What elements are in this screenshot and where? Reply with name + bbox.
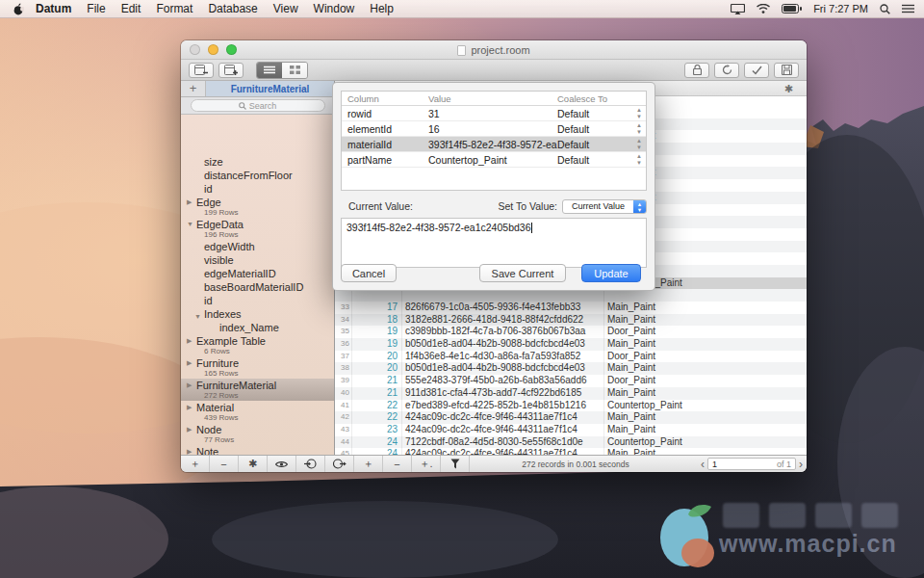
battery-icon[interactable] [782,4,802,13]
element-id-cell: 21 [352,387,398,400]
apple-menu[interactable] [13,3,24,15]
dialog-row-elementid[interactable]: elementId16Default▲▼ [342,121,646,137]
menu-window[interactable]: Window [314,2,355,15]
update-button[interactable]: Update [581,264,641,282]
app-menu-datum[interactable]: Datum [36,2,71,15]
current-value-textarea[interactable]: 393f14f5-82e2-4f38-9572-ea1c2405bd36 [341,218,647,268]
table-row[interactable] [335,289,807,302]
cancel-button[interactable]: Cancel [341,264,397,282]
expand-arrow-icon[interactable]: ▶ [187,381,192,389]
expand-arrow-icon[interactable]: ▶ [187,404,192,411]
expand-arrow-icon[interactable]: ▶ [187,426,192,434]
field-value: 31 [428,106,557,120]
preview-eye-button[interactable] [268,456,296,472]
table-row-37[interactable]: 37201f4b36e8-4e1c-4d30-a86a-fa7a593fa852… [335,351,807,363]
sidebar-item-index-name[interactable]: index_Name [181,321,334,334]
expand-arrow-icon[interactable]: ▶ [187,448,192,455]
remove-row-button[interactable]: − [210,456,239,472]
table-row-40[interactable]: 4021911d381c-cfa4-473b-add7-4cf922bd6185… [335,387,807,400]
material-id-cell: b050d1e8-ad04-4b2b-9088-bdcfcbcd4e03 [405,362,585,375]
table-row-38[interactable]: 3820b050d1e8-ad04-4b2b-9088-bdcfcbcd4e03… [335,362,807,375]
table-row-41[interactable]: 4122e7bed389-efcd-4225-852b-1e4b815b1216… [335,400,807,412]
menu-help[interactable]: Help [370,2,394,15]
sidebar-item-indexes[interactable]: ▼Indexes [181,307,334,321]
airplay-icon[interactable] [731,4,745,14]
sidebar-item-id[interactable]: id [181,294,334,307]
sidebar-item-distancefromfloor[interactable]: distanceFromFloor [181,169,334,182]
sidebar-item-example-table[interactable]: ▶Example Table6 Rows [181,334,334,356]
sidebar-item-baseboardmaterialid[interactable]: baseBoardMaterialID [181,280,334,294]
dialog-row-rowid[interactable]: rowid31Default▲▼ [342,106,646,121]
menu-file[interactable]: File [87,2,105,15]
sidebar-item-visible[interactable]: visible [181,253,334,267]
sidebar-item-material[interactable]: ▶Material439 Rows [181,401,334,423]
dialog-row-partname[interactable]: partNameCountertop_PaintDefault▲▼ [342,152,646,168]
coalesce-stepper-icon[interactable]: ▲▼ [632,121,646,136]
menu-clock[interactable]: Fri 7:27 PM [813,3,868,14]
sidebar-item-furniturematerial[interactable]: ▶FurnitureMaterial272 Rows [181,379,334,401]
remove-record-button[interactable]: − [383,456,412,472]
import-button[interactable] [296,456,325,472]
coalesce-stepper-icon[interactable]: ▲▼ [632,152,646,167]
table-name: Note [181,447,334,455]
expand-arrow-icon[interactable]: ▶ [187,359,192,367]
wifi-icon[interactable] [757,4,770,13]
spotlight-icon[interactable] [880,4,890,14]
menu-database[interactable]: Database [208,2,257,15]
table-row-36[interactable]: 3619b050d1e8-ad04-4b2b-9088-bdcfcbcd4e03… [335,338,807,351]
sidebar-item-edgewidth[interactable]: edgeWidth [181,240,334,253]
refresh-button[interactable] [714,63,739,78]
tab-furniturematerial[interactable]: FurnitureMaterial [206,81,334,96]
structure-view-button[interactable] [282,63,307,78]
filter-button[interactable] [441,456,470,472]
sidebar-item-id[interactable]: id [181,182,334,196]
table-row-35[interactable]: 3519c3989bbb-182f-4c7a-b706-3876b067b3aa… [335,326,807,338]
lock-button[interactable] [684,63,709,78]
sidebar-item-edgedata[interactable]: ▼EdgeData196 Rows [181,218,334,240]
expand-arrow-icon[interactable]: ▶ [187,337,192,345]
sidebar-item-size[interactable]: size [181,155,334,169]
sidebar-item-furniture[interactable]: ▶Furniture165 Rows [181,356,334,379]
sidebar-item-note[interactable]: ▶Note0 Rows [181,445,334,455]
coalesce-stepper-icon[interactable]: ▲▼ [632,137,646,151]
part-name-cell: Door_Paint [607,351,655,363]
add-filtered-record-button[interactable]: ＋. [412,456,441,472]
add-record-button[interactable]: ＋ [354,456,383,472]
table-row-44[interactable]: 44247122cbdf-08a2-4d5d-8030-5e55f68c1d0e… [335,436,807,449]
column-name: edgeMaterialID [181,268,276,279]
set-to-value-dropdown[interactable]: Current Value ▲▼ [562,199,647,214]
sidebar-item-edgematerialid[interactable]: edgeMaterialID [181,267,334,280]
previous-page-chevron-icon[interactable]: ‹ [701,458,705,471]
expand-arrow-icon[interactable]: ▶ [187,198,192,206]
notification-center-icon[interactable] [902,4,914,13]
add-tab-button[interactable]: + [181,81,206,96]
menu-view[interactable]: View [273,2,298,15]
remove-table-button[interactable] [189,63,214,78]
search-input[interactable]: Search [191,99,325,112]
table-row-45[interactable]: 4524424ac09c-dc2c-4fce-9f46-44311ae7f1c4… [335,448,807,455]
export-button[interactable] [325,456,354,472]
table-row-42[interactable]: 4222424ac09c-dc2c-4fce-9f46-44311ae7f1c4… [335,411,807,424]
menu-edit[interactable]: Edit [121,2,141,15]
save-button[interactable] [774,63,799,78]
table-row-33[interactable]: 3317826f6679-1c0a-4505-9936-f4e413febb33… [335,302,807,314]
title-bar[interactable]: project.room [181,40,807,60]
grid-settings-gear-icon[interactable]: ✱ [784,83,793,94]
dialog-row-materialid[interactable]: materialId393f14f5-82e2-4f38-9572-ea1c24… [342,137,646,152]
menu-format[interactable]: Format [156,2,192,15]
table-row-39[interactable]: 3921555e2483-379f-45b0-a26b-6ab83a56add6… [335,375,807,387]
sidebar-item-node[interactable]: ▶Node77 Rows [181,423,334,445]
table-row-43[interactable]: 4323424ac09c-dc2c-4fce-9f46-44311ae7f1c4… [335,424,807,436]
sidebar-item-edge[interactable]: ▶Edge199 Rows [181,196,334,218]
table-row-34[interactable]: 34183182e881-2666-418d-9418-88f42cfdd622… [335,314,807,327]
add-row-button[interactable]: ＋ [181,456,210,472]
save-current-button[interactable]: Save Current [479,264,566,282]
coalesce-stepper-icon[interactable]: ▲▼ [632,106,646,120]
actions-gear-button[interactable]: ✱ [239,456,268,472]
add-table-button[interactable] [218,63,244,78]
collapse-arrow-icon[interactable]: ▼ [187,221,193,227]
next-page-chevron-icon[interactable]: › [799,458,803,471]
list-view-button[interactable] [257,63,282,78]
commit-button[interactable] [744,63,769,78]
page-field[interactable]: 1 of 1 [707,458,796,470]
